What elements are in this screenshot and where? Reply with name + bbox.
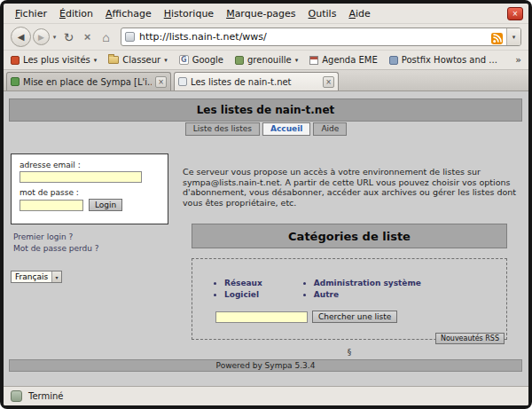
section-mark-link[interactable]: §	[348, 348, 352, 357]
search-list-button-label: Chercher une liste	[318, 312, 391, 321]
menu-fichier[interactable]: Fichier	[9, 6, 53, 21]
browser-window: Fichier Édition Affichage Historique Mar…	[0, 0, 532, 409]
bookmark-most-visited[interactable]: Les plus visités ▾	[11, 55, 97, 65]
reload-icon: ↻	[64, 30, 74, 44]
email-input[interactable]	[20, 171, 142, 183]
categories-list-left: Réseaux Logiciel	[224, 279, 262, 302]
tab-strip: Mise en place de Sympa [L'i... × Les lis…	[4, 69, 528, 90]
bookmarks-overflow-button[interactable]: »	[515, 54, 521, 66]
back-button[interactable]: ◀	[11, 27, 31, 47]
menu-affichage[interactable]: Affichage	[99, 6, 158, 21]
tab-close-button[interactable]: ×	[323, 76, 334, 88]
window-close-button[interactable]: ×	[507, 7, 523, 20]
bookmark-label: Postfix Howtos and ...	[402, 55, 497, 65]
menu-outils[interactable]: Outils	[302, 6, 343, 21]
chevron-down-icon: ▾	[295, 57, 299, 64]
bookmark-grenouille[interactable]: grenouille ▾	[235, 55, 298, 65]
category-link-logiciel[interactable]: Logiciel	[224, 290, 259, 299]
page-tab-aide[interactable]: Aide	[313, 122, 347, 136]
bookmark-label: grenouille	[247, 55, 292, 65]
most-visited-icon	[11, 56, 20, 65]
list-search-input[interactable]	[215, 311, 308, 323]
forward-icon: ▶	[38, 33, 44, 42]
categories-box: Réseaux Logiciel Administration système …	[192, 258, 507, 340]
first-login-link[interactable]: Premier login ?	[13, 232, 99, 241]
menu-edition[interactable]: Édition	[53, 6, 99, 21]
stop-button[interactable]: ×	[78, 27, 97, 48]
bookmark-postfix-howtos[interactable]: Postfix Howtos and ...	[389, 55, 497, 65]
menu-aide[interactable]: Aide	[342, 6, 376, 21]
search-list-button[interactable]: Chercher une liste	[312, 311, 397, 323]
chevron-down-icon: ▾	[512, 34, 516, 41]
url-text[interactable]: http://lists.nain-t.net/wws/	[139, 31, 491, 43]
category-link-administration-systeme[interactable]: Administration système	[314, 279, 421, 287]
close-icon: ×	[512, 9, 518, 19]
page-tab-accueil[interactable]: Accueil	[262, 122, 310, 136]
status-text: Terminé	[28, 391, 64, 401]
page-favicon-icon	[125, 32, 135, 42]
menu-marque-pages[interactable]: Marque-pages	[220, 6, 301, 21]
email-label: adresse email :	[20, 161, 160, 169]
tab-sympa-doc[interactable]: Mise en place de Sympa [L'i... ×	[6, 72, 171, 90]
page-tab-liste-des-listes[interactable]: Liste des listes	[185, 122, 260, 136]
footer-text: Powered by Sympa 5.3.4	[216, 361, 316, 370]
back-icon: ◀	[18, 32, 25, 42]
bookmark-agenda-eme[interactable]: Agenda EME	[309, 55, 378, 65]
tab-close-button[interactable]: ×	[155, 76, 167, 88]
menu-historique[interactable]: Historique	[158, 6, 220, 21]
bookmark-google[interactable]: G Google	[179, 55, 223, 65]
forward-button[interactable]: ▶	[33, 28, 50, 45]
list-item: Réseaux	[224, 279, 262, 287]
bookmark-classeur[interactable]: Classeur ▾	[108, 55, 167, 65]
tab-lists-nain-t-net[interactable]: Les listes de nain-t.net ×	[174, 72, 339, 90]
navigation-toolbar: ◀ ▶ ▾ ↻ × ⌂ http://lists.nain-t.net/wws/	[4, 23, 528, 50]
categories-title: Catégories de liste	[288, 230, 411, 243]
language-select[interactable]: Français ▾	[11, 271, 62, 283]
close-icon: ×	[158, 78, 164, 86]
reload-button[interactable]: ↻	[59, 27, 78, 48]
tab-favicon-icon	[11, 77, 20, 86]
category-link-reseaux[interactable]: Réseaux	[224, 279, 262, 287]
list-item: Autre	[314, 290, 421, 299]
rss-news-label: Nouveautés RSS	[441, 334, 499, 342]
status-bar: Terminé	[4, 386, 528, 405]
chevron-down-icon: ▾	[94, 57, 98, 64]
url-bar[interactable]: http://lists.nain-t.net/wws/ ▾	[121, 28, 521, 46]
category-link-autre[interactable]: Autre	[314, 290, 339, 299]
page-title-bar: Les listes de nain-t.net	[9, 98, 522, 122]
page-title: Les listes de nain-t.net	[197, 104, 335, 116]
url-history-dropdown-button[interactable]: ▾	[506, 28, 520, 45]
calendar-icon	[309, 56, 318, 65]
bookmark-label: Agenda EME	[322, 55, 378, 65]
postfix-favicon-icon	[389, 56, 398, 65]
list-item: Administration système	[314, 279, 421, 287]
categories-list-right: Administration système Autre	[314, 279, 421, 302]
bookmark-label: Google	[192, 55, 223, 65]
folder-icon	[108, 56, 119, 64]
close-icon: ×	[325, 78, 332, 86]
stop-icon: ×	[84, 30, 91, 43]
page-footer: Powered by Sympa 5.3.4	[9, 359, 522, 372]
bookmark-label: Les plus visités	[23, 55, 90, 65]
chevron-down-icon: ▾	[51, 271, 61, 282]
home-button[interactable]: ⌂	[97, 27, 115, 48]
password-row: Login	[20, 199, 160, 211]
browser-chrome: Fichier Édition Affichage Historique Mar…	[4, 4, 528, 405]
rss-feed-icon[interactable]	[491, 31, 503, 43]
tab-favicon-icon	[178, 77, 187, 86]
grenouille-favicon-icon	[235, 56, 244, 65]
rss-news-button[interactable]: Nouveautés RSS	[435, 333, 505, 344]
tab-title: Les listes de nain-t.net	[191, 77, 319, 87]
login-button[interactable]: Login	[89, 199, 122, 211]
lost-password-link[interactable]: Mot de passe perdu ?	[13, 244, 99, 253]
history-dropdown-button[interactable]: ▾	[50, 28, 59, 45]
list-item: Logiciel	[224, 290, 262, 299]
categories-header: Catégories de liste	[192, 224, 507, 248]
password-input[interactable]	[20, 200, 83, 211]
login-panel: adresse email : mot de passe : Login	[11, 153, 168, 224]
password-label: mot de passe :	[20, 188, 160, 197]
bookmarks-toolbar: Les plus visités ▾ Classeur ▾ G Google g…	[4, 50, 528, 69]
chevron-down-icon: ▾	[164, 57, 168, 64]
intro-text: Ce serveur vous propose un accès à votre…	[183, 167, 518, 208]
home-icon: ⌂	[102, 30, 109, 44]
